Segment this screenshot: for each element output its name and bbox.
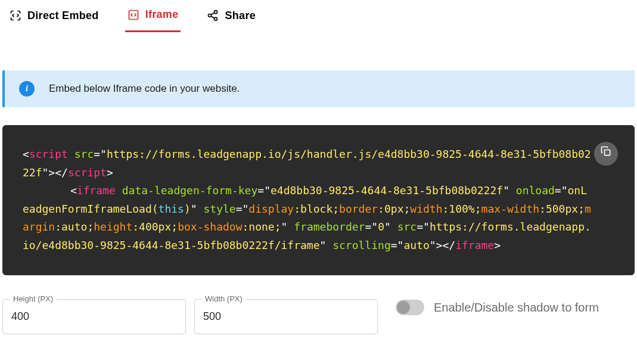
width-label: Width (PX) — [201, 294, 246, 303]
height-field-wrap: Height (PX) — [2, 299, 186, 334]
embed-code-text: <script src="https://forms.leadgenapp.io… — [23, 145, 593, 255]
shadow-toggle-row: Enable/Disable shadow to form — [396, 299, 599, 316]
tab-label: Share — [225, 10, 256, 22]
svg-point-3 — [215, 17, 217, 20]
embed-tabs: Direct Embed Iframe Share — [0, 0, 637, 32]
iframe-icon — [128, 9, 139, 21]
svg-line-5 — [212, 13, 215, 14]
height-input[interactable] — [2, 299, 186, 334]
copy-icon — [600, 145, 612, 163]
code-embed-icon — [10, 10, 21, 21]
tab-direct-embed[interactable]: Direct Embed — [7, 1, 101, 32]
info-icon: i — [19, 81, 35, 97]
height-label: Height (PX) — [10, 294, 57, 303]
shadow-toggle[interactable] — [396, 300, 424, 315]
tab-iframe[interactable]: Iframe — [125, 0, 181, 32]
svg-rect-6 — [605, 150, 610, 155]
share-icon — [207, 10, 219, 21]
embed-code-block: <script src="https://forms.leadgenapp.io… — [2, 125, 635, 275]
svg-point-2 — [209, 14, 212, 17]
svg-line-4 — [212, 16, 215, 18]
width-field-wrap: Width (PX) — [194, 299, 378, 334]
info-banner: i Embed below Iframe code in your websit… — [2, 70, 635, 107]
shadow-toggle-label: Enable/Disable shadow to form — [434, 299, 599, 316]
toggle-knob — [397, 301, 410, 314]
copy-button[interactable] — [594, 142, 618, 166]
width-input[interactable] — [194, 299, 378, 334]
svg-point-1 — [215, 11, 217, 14]
info-banner-text: Embed below Iframe code in your website. — [49, 83, 240, 95]
tab-label: Direct Embed — [27, 10, 99, 22]
tab-share[interactable]: Share — [204, 1, 258, 32]
size-controls: Height (PX) Width (PX) Enable/Disable sh… — [2, 299, 635, 334]
tab-label: Iframe — [145, 8, 179, 21]
